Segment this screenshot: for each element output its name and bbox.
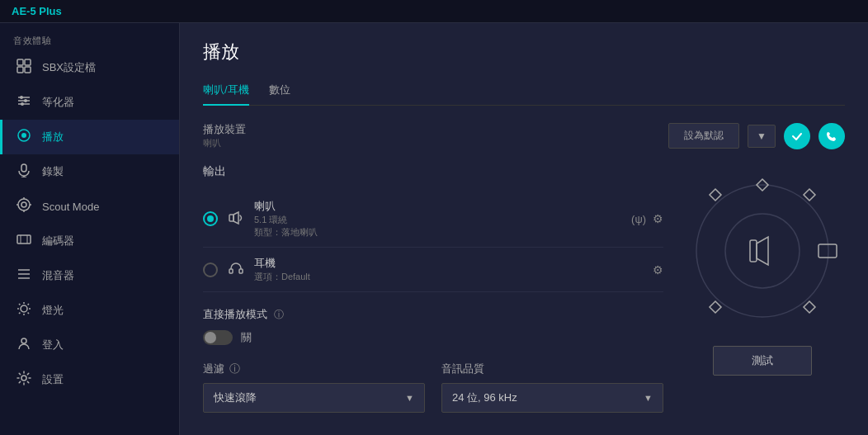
filter-quality-row: 過濾 ⓘ 快速滾降 ▼ 音訊品質 24 位, 96 kHz ▼	[203, 362, 663, 413]
playback-device-dropdown-button[interactable]: ▼	[748, 125, 776, 148]
sidebar-item-login-label: 登入	[42, 338, 64, 352]
filter-dropdown[interactable]: 快速滾降 ▼	[203, 383, 425, 413]
svg-point-37	[21, 376, 26, 381]
page-title: 播放	[203, 40, 845, 64]
main-content: 播放 喇叭/耳機 數位 播放裝置 喇叭 設為默認 ▼ 輸出	[180, 23, 868, 435]
playback-device-sub: 喇叭	[203, 137, 660, 149]
settings-icon	[16, 371, 32, 389]
svg-line-35	[19, 313, 20, 314]
svg-point-27	[21, 305, 27, 312]
headphone-output-name: 耳機	[254, 256, 643, 271]
left-column: 輸出 喇叭 5.1 環繞 類型：落地喇叭 (ψ) ⚙	[203, 164, 663, 413]
headphone-output-info: 耳機 選項：Default	[254, 256, 643, 283]
app-title: AE-5 Plus	[12, 5, 62, 17]
speaker-output-line1: 5.1 環繞	[254, 214, 621, 226]
radio-speaker[interactable]	[203, 211, 218, 226]
playback-device-label: 播放裝置	[203, 122, 660, 137]
sidebar-item-codec-label: 編碼器	[42, 234, 74, 248]
svg-marker-47	[804, 301, 815, 313]
svg-rect-1	[25, 59, 31, 65]
toggle-label: 關	[241, 330, 252, 345]
sidebar-item-record-label: 錄製	[42, 164, 64, 179]
quality-value: 24 位, 96 kHz	[452, 390, 517, 405]
playback-icon	[16, 128, 32, 146]
quality-dropdown[interactable]: 24 位, 96 kHz ▼	[441, 383, 663, 413]
svg-rect-0	[17, 59, 23, 65]
speaker-output-name: 喇叭	[254, 199, 621, 214]
svg-point-41	[696, 185, 828, 317]
speaker-output-info: 喇叭 5.1 環繞 類型：落地喇叭	[254, 199, 621, 239]
content-with-visual: 輸出 喇叭 5.1 環繞 類型：落地喇叭 (ψ) ⚙	[203, 164, 845, 413]
speaker-diagram	[684, 164, 841, 338]
sidebar-item-mixer-label: 混音器	[42, 268, 74, 283]
sidebar-item-light-label: 燈光	[42, 303, 64, 318]
svg-rect-46	[818, 244, 837, 258]
svg-rect-43	[750, 240, 757, 262]
headphone-output-actions: ⚙	[653, 263, 663, 277]
filter-column: 過濾 ⓘ 快速滾降 ▼	[203, 362, 425, 413]
set-default-button[interactable]: 設為默認	[668, 123, 739, 149]
svg-point-11	[21, 133, 26, 138]
filter-value: 快速滾降	[214, 390, 257, 405]
output-item-headphone: 耳機 選項：Default ⚙	[203, 248, 663, 292]
filter-info-icon[interactable]: ⓘ	[229, 362, 240, 376]
svg-point-16	[21, 202, 26, 207]
speaker-output-actions: (ψ) ⚙	[631, 212, 663, 225]
wifi-icon: (ψ)	[631, 213, 646, 225]
output-section-header: 輸出	[203, 164, 663, 179]
quality-label: 音訊品質	[441, 362, 663, 376]
svg-rect-21	[17, 235, 31, 244]
output-item-speaker: 喇叭 5.1 環繞 類型：落地喇叭 (ψ) ⚙	[203, 191, 663, 248]
sidebar-item-light[interactable]: 燈光	[0, 293, 179, 328]
playback-device-info: 播放裝置 喇叭	[203, 122, 660, 149]
direct-playback-label: 直接播放模式	[203, 307, 267, 322]
toggle-row: 關	[203, 330, 663, 345]
direct-playback-info-icon[interactable]: ⓘ	[274, 308, 284, 322]
direct-playback-toggle[interactable]	[203, 330, 233, 345]
svg-point-15	[18, 199, 30, 210]
sidebar-item-sbx[interactable]: SBX設定檔	[0, 50, 179, 85]
sidebar-item-login[interactable]: 登入	[0, 328, 179, 362]
sidebar-item-eq-label: 等化器	[42, 95, 74, 110]
headphone-output-line1: 選項：Default	[254, 271, 643, 283]
svg-point-8	[24, 99, 27, 102]
playback-device-row: 播放裝置 喇叭 設為默認 ▼	[203, 122, 845, 149]
sidebar-item-codec[interactable]: 編碼器	[0, 224, 179, 258]
sidebar-item-playback[interactable]: 播放	[0, 120, 179, 154]
svg-marker-45	[804, 189, 815, 201]
sidebar-item-scout[interactable]: Scout Mode	[0, 189, 179, 224]
test-button[interactable]: 測試	[713, 346, 812, 376]
sidebar-item-settings-label: 設置	[42, 372, 64, 387]
sidebar-item-settings[interactable]: 設置	[0, 362, 179, 397]
check-button[interactable]	[784, 123, 810, 149]
quality-dropdown-arrow: ▼	[644, 393, 653, 403]
svg-rect-2	[17, 67, 23, 73]
speaker-output-line2: 類型：落地喇叭	[254, 226, 621, 239]
tab-speaker[interactable]: 喇叭/耳機	[203, 78, 249, 106]
svg-point-42	[725, 214, 800, 288]
tab-digital[interactable]: 數位	[269, 78, 290, 106]
direct-label-row: 直接播放模式 ⓘ	[203, 307, 663, 322]
svg-point-9	[21, 102, 24, 106]
quality-column: 音訊品質 24 位, 96 kHz ▼	[441, 362, 663, 413]
speaker-gear-icon[interactable]: ⚙	[653, 212, 663, 225]
svg-line-32	[19, 304, 20, 305]
record-icon	[16, 163, 32, 181]
sidebar: 音效體驗 SBX設定檔 等化器 播放 錄製	[0, 23, 180, 435]
phone-button[interactable]	[818, 123, 845, 149]
headphone-gear-icon[interactable]: ⚙	[653, 263, 663, 277]
svg-point-7	[20, 96, 23, 99]
sidebar-item-eq[interactable]: 等化器	[0, 85, 179, 120]
svg-marker-49	[710, 189, 721, 201]
app-body: 音效體驗 SBX設定檔 等化器 播放 錄製	[0, 23, 868, 435]
sidebar-item-scout-label: Scout Mode	[42, 201, 99, 213]
radio-headphone[interactable]	[203, 262, 218, 277]
light-icon	[16, 301, 32, 319]
svg-rect-40	[239, 269, 243, 273]
eq-icon	[16, 93, 32, 111]
sidebar-item-mixer[interactable]: 混音器	[0, 258, 179, 293]
sidebar-item-record[interactable]: 錄製	[0, 154, 179, 189]
svg-line-34	[28, 304, 29, 305]
speaker-output-icon	[228, 210, 244, 228]
scout-icon	[16, 197, 32, 215]
